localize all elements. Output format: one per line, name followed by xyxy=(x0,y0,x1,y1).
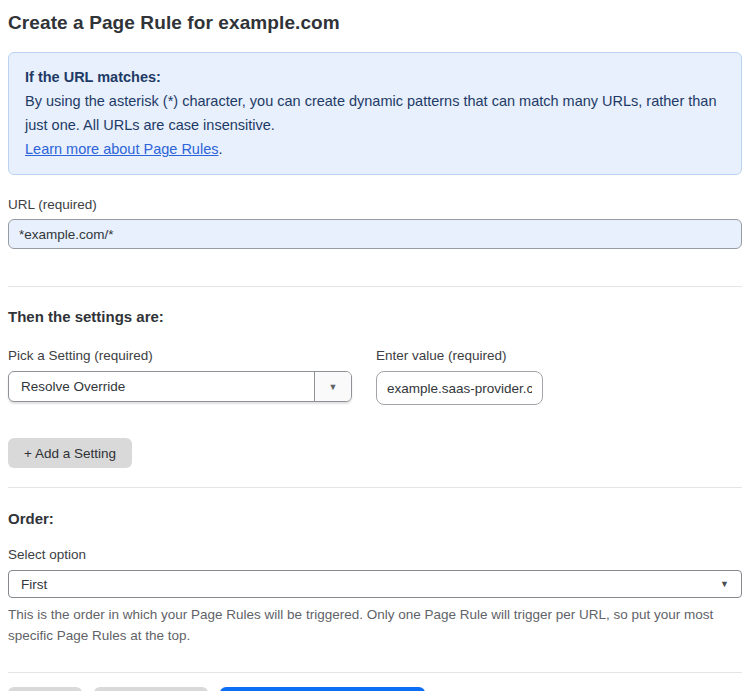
chevron-down-icon: ▼ xyxy=(720,579,729,589)
setting-value-column: Enter value (required) xyxy=(376,326,543,405)
info-box-body: By using the asterisk (*) character, you… xyxy=(25,89,725,137)
order-select-value: First xyxy=(21,577,47,592)
learn-more-link[interactable]: Learn more about Page Rules xyxy=(25,141,218,157)
setting-value-label: Enter value (required) xyxy=(376,348,543,363)
link-period: . xyxy=(218,141,222,157)
order-select-label: Select option xyxy=(8,547,742,562)
save-as-draft-button[interactable]: Save as Draft xyxy=(94,687,208,691)
setting-select-value: Resolve Override xyxy=(9,372,314,401)
order-help-text: This is the order in which your Page Rul… xyxy=(8,604,728,646)
divider xyxy=(8,487,742,488)
divider xyxy=(8,286,742,287)
footer-actions: Cancel Save as Draft Save and Deploy Pag… xyxy=(8,687,742,691)
info-box-link-line: Learn more about Page Rules. xyxy=(25,137,725,161)
url-input[interactable] xyxy=(8,219,742,249)
info-box-heading: If the URL matches: xyxy=(25,65,725,89)
setting-select-arrow-button[interactable]: ▼ xyxy=(314,372,351,401)
page-title: Create a Page Rule for example.com xyxy=(8,12,742,34)
divider xyxy=(8,672,742,673)
settings-row: Pick a Setting (required) Resolve Overri… xyxy=(8,326,742,405)
setting-select-label: Pick a Setting (required) xyxy=(8,348,352,363)
url-label: URL (required) xyxy=(8,197,742,212)
chevron-down-icon: ▼ xyxy=(329,382,338,392)
url-match-info-box: If the URL matches: By using the asteris… xyxy=(8,52,742,175)
cancel-button[interactable]: Cancel xyxy=(8,687,82,691)
setting-value-input[interactable] xyxy=(376,371,543,405)
order-select[interactable]: First ▼ xyxy=(8,570,742,598)
order-section-heading: Order: xyxy=(8,510,742,527)
settings-section-heading: Then the settings are: xyxy=(8,308,742,325)
setting-select[interactable]: Resolve Override ▼ xyxy=(8,371,352,402)
save-and-deploy-button[interactable]: Save and Deploy Page Rule xyxy=(220,687,426,691)
add-setting-button[interactable]: + Add a Setting xyxy=(8,438,132,468)
setting-select-column: Pick a Setting (required) Resolve Overri… xyxy=(8,326,352,402)
